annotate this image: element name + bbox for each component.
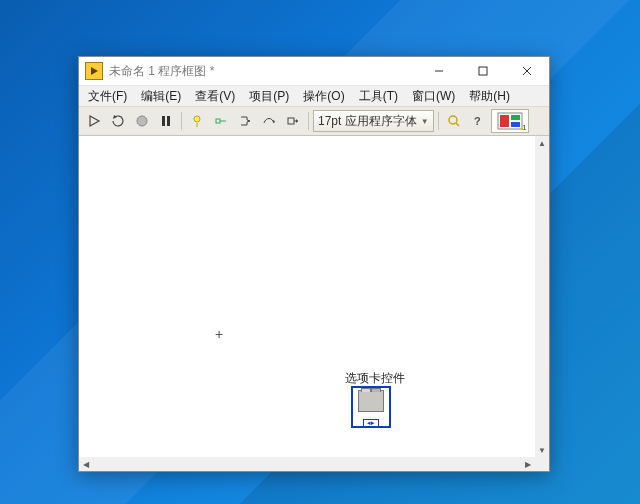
scroll-corner — [535, 457, 549, 471]
titlebar: 未命名 1 程序框图 * — [79, 57, 549, 85]
font-select-label: 17pt 应用程序字体 — [318, 113, 417, 130]
minimize-button[interactable] — [417, 57, 461, 85]
scroll-left-button[interactable]: ◀ — [79, 457, 93, 471]
abort-button[interactable] — [131, 110, 153, 132]
menu-edit[interactable]: 编辑(E) — [134, 87, 188, 106]
window-title: 未命名 1 程序框图 * — [109, 63, 214, 80]
svg-rect-24 — [511, 122, 520, 127]
node-label: 选项卡控件 — [345, 370, 405, 387]
pause-button[interactable] — [155, 110, 177, 132]
menu-project[interactable]: 项目(P) — [242, 87, 296, 106]
svg-marker-0 — [91, 67, 98, 75]
app-window: 未命名 1 程序框图 * 文件(F) 编辑(E) 查看(V) 项目(P) 操作(… — [78, 56, 550, 472]
scroll-right-button[interactable]: ▶ — [521, 457, 535, 471]
toolbar-separator — [438, 112, 439, 130]
svg-point-18 — [449, 116, 457, 124]
menu-file[interactable]: 文件(F) — [81, 87, 134, 106]
vertical-scrollbar[interactable]: ▲ ▼ — [535, 136, 549, 457]
svg-text:?: ? — [474, 115, 481, 127]
step-out-button[interactable] — [282, 110, 304, 132]
scroll-up-button[interactable]: ▲ — [535, 136, 549, 150]
maximize-button[interactable] — [461, 57, 505, 85]
scroll-down-button[interactable]: ▼ — [535, 443, 549, 457]
menu-operate[interactable]: 操作(O) — [296, 87, 351, 106]
app-icon — [85, 62, 103, 80]
retain-wires-button[interactable] — [210, 110, 232, 132]
vi-icon — [497, 112, 523, 130]
highlight-exec-button[interactable] — [186, 110, 208, 132]
run-button[interactable] — [83, 110, 105, 132]
menu-window[interactable]: 窗口(W) — [405, 87, 462, 106]
context-help-panel[interactable]: 1 — [491, 109, 529, 133]
svg-point-10 — [194, 116, 200, 122]
help-button[interactable]: ? — [467, 110, 489, 132]
svg-line-19 — [456, 123, 459, 126]
svg-rect-22 — [500, 115, 509, 127]
tab-control-glyph-icon — [358, 390, 384, 412]
toolbar-separator — [308, 112, 309, 130]
tab-control-node[interactable]: ◂▸ — [351, 386, 391, 428]
caret-down-icon: ▼ — [421, 117, 429, 126]
svg-rect-8 — [162, 116, 165, 126]
close-button[interactable] — [505, 57, 549, 85]
block-diagram-canvas[interactable]: + 选项卡控件 ◂▸ — [79, 136, 535, 457]
run-continuous-button[interactable] — [107, 110, 129, 132]
step-over-button[interactable] — [258, 110, 280, 132]
toolbar: 17pt 应用程序字体 ▼ ? 1 — [79, 106, 549, 136]
svg-rect-2 — [479, 67, 487, 75]
svg-rect-15 — [288, 118, 294, 124]
svg-rect-23 — [511, 115, 520, 120]
svg-point-7 — [137, 116, 147, 126]
toolbar-separator — [181, 112, 182, 130]
crosshair-cursor-icon: + — [215, 328, 227, 340]
font-select[interactable]: 17pt 应用程序字体 ▼ — [313, 110, 434, 132]
svg-marker-17 — [296, 119, 298, 123]
search-button[interactable] — [443, 110, 465, 132]
step-into-button[interactable] — [234, 110, 256, 132]
menubar: 文件(F) 编辑(E) 查看(V) 项目(P) 操作(O) 工具(T) 窗口(W… — [79, 85, 549, 106]
menu-view[interactable]: 查看(V) — [188, 87, 242, 106]
menu-help[interactable]: 帮助(H) — [462, 87, 517, 106]
canvas-area: + 选项卡控件 ◂▸ ▲ ▼ ◀ ▶ — [79, 136, 549, 471]
svg-marker-6 — [113, 115, 117, 119]
context-help-index: 1 — [522, 123, 526, 132]
svg-rect-9 — [167, 116, 170, 126]
node-terminal-icon: ◂▸ — [363, 419, 379, 427]
horizontal-scrollbar[interactable]: ◀ ▶ — [79, 457, 535, 471]
svg-marker-5 — [90, 116, 99, 126]
svg-rect-12 — [216, 119, 220, 123]
menu-tools[interactable]: 工具(T) — [352, 87, 405, 106]
